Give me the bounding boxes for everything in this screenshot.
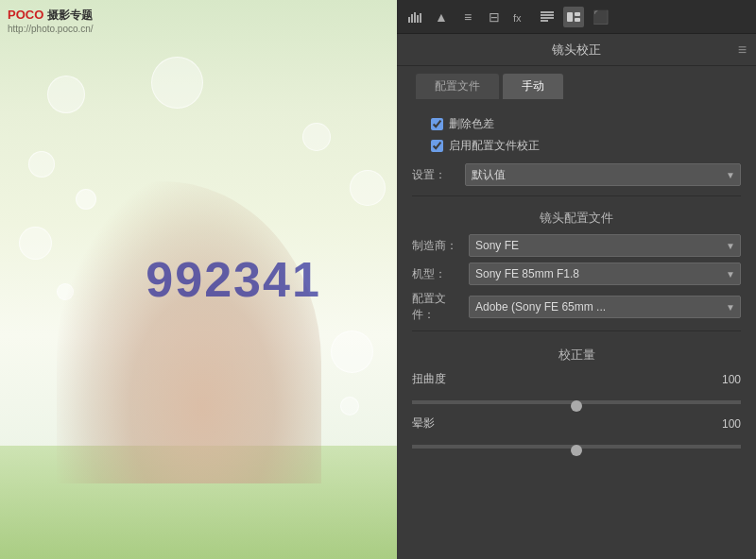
svg-rect-0: [408, 17, 410, 23]
tab-profile[interactable]: 配置文件: [416, 74, 499, 99]
vignette-slider-row: 晕影 100: [412, 415, 741, 452]
distortion-value: 100: [713, 373, 741, 386]
checkbox-remove-aberration-label: 删除色差: [449, 116, 494, 132]
watermark-number: 992341: [146, 251, 321, 308]
vignette-slider[interactable]: [412, 445, 741, 449]
model-label: 机型：: [412, 266, 461, 282]
svg-rect-11: [575, 12, 580, 16]
bokeh-circle: [302, 123, 331, 151]
svg-rect-1: [411, 14, 413, 23]
right-panel: ▲ ≡ ⊟ fx ⬛ 镜头校正 ≡ 配置文件 手动 删除色差 启用配置文件校正: [397, 0, 756, 559]
distortion-slider[interactable]: [412, 400, 741, 404]
checkbox-enable-profile-label: 启用配置文件校正: [449, 138, 540, 154]
panel-menu-icon[interactable]: ≡: [738, 42, 747, 59]
hand-silhouette: [57, 181, 321, 483]
profile-file-row: 配置文件： Adobe (Sony FE 65mm ... ▼: [412, 291, 741, 323]
toolbar-icon-color[interactable]: ⊟: [484, 7, 505, 27]
toolbar-icon-calibration[interactable]: [537, 7, 558, 27]
model-dropdown-wrapper: Sony FE 85mm F1.8 ▼: [469, 263, 741, 285]
profile-file-select[interactable]: Adobe (Sony FE 65mm ...: [469, 296, 741, 318]
bokeh-circle: [47, 76, 85, 113]
toolbar-icon-basic[interactable]: ▲: [431, 7, 452, 27]
svg-rect-6: [541, 11, 554, 13]
checkbox-remove-aberration-input[interactable]: [431, 118, 443, 130]
bokeh-circle: [340, 397, 359, 415]
panel-title: 镜头校正: [552, 42, 601, 59]
settings-dropdown-wrapper: 默认值 ▼: [465, 163, 741, 186]
svg-rect-10: [567, 12, 573, 22]
bokeh-circle: [19, 227, 52, 260]
panel-header: 镜头校正 ≡: [397, 34, 756, 66]
svg-rect-9: [541, 20, 548, 22]
svg-text:fx: fx: [513, 12, 522, 23]
correction-title: 校正量: [412, 347, 741, 364]
toolbar-icon-lens[interactable]: [563, 7, 584, 27]
divider-2: [412, 330, 741, 331]
checkbox-enable-profile[interactable]: 启用配置文件校正: [412, 138, 741, 154]
settings-row: 设置： 默认值 ▼: [412, 163, 741, 186]
photo-panel: POCO 摄影专题 http://photo.poco.cn/ 992341: [0, 0, 397, 559]
distortion-slider-header: 扭曲度 100: [412, 371, 741, 387]
toolbar-icon-effects[interactable]: fx: [510, 7, 531, 27]
content-area: 删除色差 启用配置文件校正 设置： 默认值 ▼ 镜头配置文件 制造商： Sony…: [397, 99, 756, 559]
tabs-row: 配置文件 手动: [397, 66, 756, 99]
bokeh-circle: [331, 330, 373, 373]
bokeh-circle: [350, 170, 386, 206]
divider-1: [412, 195, 741, 196]
watermark-brand: POCO 摄影专题 http://photo.poco.cn/: [8, 8, 94, 34]
tab-manual[interactable]: 手动: [503, 74, 563, 99]
checkbox-enable-profile-input[interactable]: [431, 140, 443, 152]
toolbar: ▲ ≡ ⊟ fx ⬛: [397, 0, 756, 34]
bokeh-circle: [151, 57, 203, 109]
svg-rect-4: [420, 13, 421, 23]
svg-rect-2: [414, 12, 416, 23]
distortion-slider-row: 扭曲度 100: [412, 371, 741, 408]
settings-select[interactable]: 默认值: [465, 163, 741, 186]
vignette-value: 100: [713, 417, 741, 431]
svg-rect-8: [541, 17, 554, 19]
manufacturer-row: 制造商： Sony FE ▼: [412, 234, 741, 257]
profile-file-dropdown-wrapper: Adobe (Sony FE 65mm ... ▼: [469, 296, 741, 318]
bokeh-circle: [76, 189, 96, 210]
profile-file-label: 配置文件：: [412, 291, 461, 323]
svg-rect-7: [541, 14, 554, 16]
lens-profile-title: 镜头配置文件: [412, 210, 741, 227]
settings-label: 设置：: [412, 167, 457, 183]
vignette-slider-header: 晕影 100: [412, 415, 741, 432]
distortion-label: 扭曲度: [412, 371, 446, 387]
photo-background: POCO 摄影专题 http://photo.poco.cn/ 992341: [0, 0, 397, 559]
model-row: 机型： Sony FE 85mm F1.8 ▼: [412, 263, 741, 285]
toolbar-icon-tone[interactable]: ≡: [457, 7, 478, 27]
vignette-label: 晕影: [412, 415, 435, 432]
model-select[interactable]: Sony FE 85mm F1.8: [469, 263, 741, 285]
bokeh-circle: [28, 151, 55, 178]
svg-rect-12: [575, 18, 580, 22]
manufacturer-dropdown-wrapper: Sony FE ▼: [469, 234, 741, 257]
toolbar-icon-histogram[interactable]: [404, 7, 425, 27]
manufacturer-select[interactable]: Sony FE: [469, 234, 741, 257]
manufacturer-label: 制造商：: [412, 238, 461, 254]
svg-rect-3: [417, 15, 419, 23]
toolbar-icon-transform[interactable]: ⬛: [590, 7, 610, 27]
checkbox-remove-aberration[interactable]: 删除色差: [412, 116, 741, 132]
